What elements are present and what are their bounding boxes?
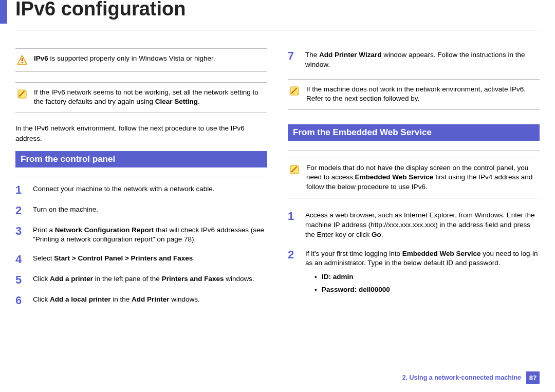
warning-rest: is supported properly only in Windows Vi… bbox=[48, 54, 215, 62]
r1-pre: Access a web browser, such as Internet E… bbox=[305, 211, 534, 238]
r1-bold: Go bbox=[372, 231, 381, 238]
step-3: 3 Print a Network Configuration Report t… bbox=[15, 226, 267, 245]
s5-pre: Click bbox=[33, 275, 50, 283]
r1-post: . bbox=[381, 231, 383, 238]
page-number: 87 bbox=[526, 371, 540, 384]
step-number: 3 bbox=[15, 226, 26, 245]
page: IPv6 configuration IPv6 is supported pro… bbox=[0, 0, 555, 392]
s5-post: windows. bbox=[224, 275, 254, 283]
r2s-bold: Embedded Web Service bbox=[402, 250, 481, 257]
step-2: 2 Turn on the machine. bbox=[15, 205, 267, 216]
step-text: If it's your first time logging into Emb… bbox=[305, 249, 540, 298]
s4-pre: Select bbox=[33, 254, 54, 262]
warning-icon bbox=[16, 54, 28, 65]
s7-pre: The bbox=[305, 51, 319, 59]
step-number: 1 bbox=[288, 211, 298, 240]
s5-b1: Add a printer bbox=[50, 275, 93, 283]
step-5: 5 Click Add a printer in the left pane o… bbox=[15, 274, 267, 286]
warning-callout: IPv6 is supported properly only in Windo… bbox=[15, 48, 267, 72]
step-text: Connect your machine to the network with… bbox=[33, 184, 267, 196]
footer-chapter: 2. Using a network-connected machine bbox=[402, 374, 521, 381]
tip-left-pre: If the IPv6 network seems to not be work… bbox=[34, 88, 258, 105]
steps-right: 1 Access a web browser, such as Internet… bbox=[288, 211, 540, 298]
tip-text-left: If the IPv6 network seems to not be work… bbox=[34, 88, 266, 106]
step-7: 7 The Add Printer Wizard window appears.… bbox=[288, 50, 540, 70]
tip-left-post: . bbox=[198, 98, 200, 105]
s6-b2: Add Printer bbox=[132, 295, 170, 303]
title-rule bbox=[15, 30, 540, 30]
step-text: Turn on the machine. bbox=[33, 205, 267, 216]
svg-rect-2 bbox=[22, 62, 23, 63]
s7-bold: Add Printer Wizard bbox=[319, 51, 381, 59]
svg-rect-1 bbox=[22, 58, 23, 61]
intro-paragraph: In the IPv6 network environment, follow … bbox=[15, 123, 267, 143]
step-text: Print a Network Configuration Report tha… bbox=[33, 226, 267, 245]
step-text: Click Add a printer in the left pane of … bbox=[33, 274, 267, 286]
step-text: Access a web browser, such as Internet E… bbox=[305, 211, 540, 240]
step-text: The Add Printer Wizard window appears. F… bbox=[305, 50, 540, 70]
step-number: 6 bbox=[15, 295, 26, 306]
note-icon bbox=[16, 88, 28, 106]
footer: 2. Using a network-connected machine 87 bbox=[402, 371, 540, 384]
tip-callout-right1: If the machine does not work in the netw… bbox=[288, 79, 540, 110]
s3-bold: Network Configuration Report bbox=[55, 226, 154, 234]
step-r1: 1 Access a web browser, such as Internet… bbox=[288, 211, 540, 240]
section-rule-right bbox=[288, 150, 540, 151]
s5-b2: Printers and Faxes bbox=[162, 275, 224, 283]
step-1: 1 Connect your machine to the network wi… bbox=[15, 184, 267, 196]
s6-mid: in the bbox=[111, 295, 132, 303]
s6-post: windows. bbox=[170, 295, 200, 303]
step-number: 5 bbox=[15, 274, 26, 286]
page-title: IPv6 configuration bbox=[15, 0, 186, 20]
r2s-pre: If it's your first time logging into bbox=[305, 250, 402, 257]
step-number: 1 bbox=[15, 184, 26, 196]
warning-text: IPv6 is supported properly only in Windo… bbox=[34, 54, 266, 65]
step-4: 4 Select Start > Control Panel > Printer… bbox=[15, 254, 267, 265]
credential-password: Password: dell00000 bbox=[314, 285, 540, 295]
s6-b1: Add a local printer bbox=[50, 295, 111, 303]
step-number: 7 bbox=[288, 50, 298, 70]
tip-callout-right2: For models that do not have the display … bbox=[288, 158, 540, 198]
credential-id: ID: admin bbox=[314, 272, 540, 282]
title-accent bbox=[0, 0, 7, 24]
s3-pre: Print a bbox=[33, 226, 55, 234]
tip-r1-text: If the machine does not work in the netw… bbox=[306, 85, 539, 103]
note-icon bbox=[289, 163, 300, 192]
step-r2: 2 If it's your first time logging into E… bbox=[288, 249, 540, 298]
note-icon bbox=[289, 85, 300, 103]
credentials-list: ID: admin Password: dell00000 bbox=[305, 272, 540, 295]
tip-left-bold: Clear Setting bbox=[155, 98, 198, 105]
right-column: 7 The Add Printer Wizard window appears.… bbox=[288, 48, 540, 315]
tip-r2-text: For models that do not have the display … bbox=[306, 163, 539, 192]
step-text: Click Add a local printer in the Add Pri… bbox=[33, 295, 267, 306]
step-text: Select Start > Control Panel > Printers … bbox=[33, 254, 267, 265]
s4-post: . bbox=[193, 254, 195, 262]
step-number: 4 bbox=[15, 254, 26, 265]
section-heading-control-panel: From the control panel bbox=[15, 151, 267, 167]
warning-bold: IPv6 bbox=[34, 54, 48, 62]
r2-bold: Embedded Web Service bbox=[355, 173, 434, 181]
step-6: 6 Click Add a local printer in the Add P… bbox=[15, 295, 267, 306]
svg-point-4 bbox=[19, 95, 21, 97]
section-rule-left bbox=[15, 177, 267, 177]
svg-point-8 bbox=[291, 171, 293, 172]
tip-callout-left: If the IPv6 network seems to not be work… bbox=[15, 82, 267, 113]
steps-left: 1 Connect your machine to the network wi… bbox=[15, 184, 267, 307]
body-columns: IPv6 is supported properly only in Windo… bbox=[0, 33, 555, 315]
step-number: 2 bbox=[15, 205, 26, 216]
svg-point-6 bbox=[291, 92, 293, 94]
left-column: IPv6 is supported properly only in Windo… bbox=[15, 48, 267, 315]
title-bar: IPv6 configuration bbox=[0, 0, 555, 24]
s4-bold: Start > Control Panel > Printers and Fax… bbox=[54, 254, 193, 262]
s5-mid: in the left pane of the bbox=[93, 275, 162, 283]
section-heading-web-service: From the Embedded Web Service bbox=[288, 124, 540, 141]
s6-pre: Click bbox=[33, 295, 50, 303]
step-number: 2 bbox=[288, 249, 298, 298]
